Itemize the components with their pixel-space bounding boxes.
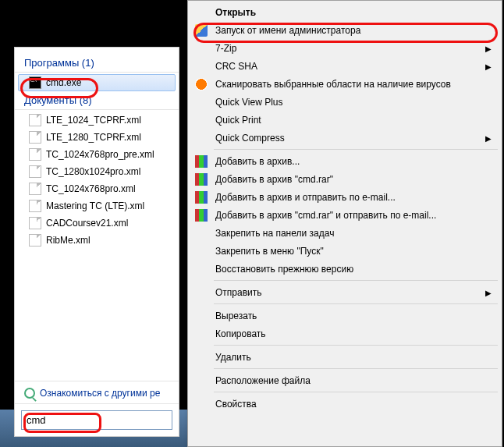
documents-label: Документы	[24, 94, 76, 106]
menu-crc-sha[interactable]: CRC SHA▶	[190, 57, 499, 75]
menu-separator	[214, 303, 498, 304]
search-row	[15, 403, 179, 436]
document-label: CADCoursev21.xml	[46, 218, 128, 229]
documents-count: (8)	[80, 94, 92, 106]
menu-delete[interactable]: Удалить	[190, 348, 499, 366]
chevron-right-icon: ▶	[485, 133, 492, 142]
menu-run-as-admin[interactable]: Запуск от имени администратора	[190, 21, 499, 39]
file-icon	[29, 165, 41, 178]
see-more-label: Ознакомиться с другими ре	[40, 388, 160, 399]
programs-label: Программы	[24, 57, 79, 69]
context-menu: Открыть Запуск от имени администратора 7…	[187, 0, 502, 447]
menu-restore-previous[interactable]: Восстановить прежнюю версию	[190, 260, 499, 278]
start-menu-results: Программы (1) cmd.exe Документы (8) LTE_…	[14, 47, 179, 437]
document-label: LTE_1024_TCPRF.xml	[46, 115, 141, 126]
chevron-right-icon: ▶	[485, 44, 492, 52]
document-result[interactable]: TC_1280x1024pro.xml	[15, 163, 179, 180]
search-icon	[24, 388, 35, 399]
see-more-results[interactable]: Ознакомиться с другими ре	[15, 383, 179, 403]
menu-pin-taskbar[interactable]: Закрепить на панели задач	[190, 224, 499, 242]
document-label: TC_1024x768pro_pre.xml	[46, 149, 154, 160]
menu-pin-start[interactable]: Закрепить в меню "Пуск"	[190, 242, 499, 260]
file-icon	[29, 217, 41, 229]
divider	[15, 381, 179, 381]
shield-icon	[195, 24, 208, 37]
menu-add-cmd-rar[interactable]: Добавить в архив "cmd.rar"	[190, 170, 499, 188]
document-label: TC_1024x768pro.xml	[46, 183, 136, 194]
chevron-right-icon: ▶	[485, 62, 492, 70]
winrar-icon	[195, 191, 208, 204]
divider	[15, 109, 179, 110]
file-icon	[29, 200, 41, 212]
menu-separator	[214, 345, 498, 346]
menu-add-send-email[interactable]: Добавить в архив и отправить по e-mail..…	[190, 188, 499, 206]
divider	[15, 72, 179, 73]
program-result-cmd[interactable]: cmd.exe	[18, 74, 176, 91]
document-result[interactable]: CADCoursev21.xml	[15, 215, 179, 232]
winrar-icon	[195, 173, 208, 186]
menu-cut[interactable]: Вырезать	[190, 307, 499, 325]
document-label: TC_1280x1024pro.xml	[46, 166, 140, 177]
document-label: LTE_1280_TCPRF.xml	[46, 132, 141, 143]
document-result[interactable]: Mastering TC (LTE).xml	[15, 197, 179, 215]
file-icon	[29, 183, 41, 195]
document-result[interactable]: TC_1024x768pro.xml	[15, 180, 179, 197]
cmd-icon	[29, 76, 41, 89]
document-result[interactable]: LTE_1280_TCPRF.xml	[15, 129, 179, 146]
file-icon	[29, 148, 41, 161]
menu-separator	[214, 149, 498, 150]
program-label: cmd.exe	[46, 77, 81, 88]
menu-scan[interactable]: Сканировать выбранные области на наличие…	[190, 75, 499, 93]
menu-separator	[214, 392, 498, 392]
file-icon	[29, 114, 41, 126]
menu-send-to[interactable]: Отправить▶	[190, 283, 499, 301]
menu-quick-view[interactable]: Quick View Plus	[190, 93, 499, 111]
menu-open[interactable]: Открыть	[190, 3, 499, 21]
menu-7zip[interactable]: 7-Zip▶	[190, 39, 499, 57]
winrar-icon	[195, 155, 208, 168]
documents-header: Документы (8)	[15, 91, 179, 108]
document-result[interactable]: LTE_1024_TCPRF.xml	[15, 112, 179, 129]
file-icon	[29, 234, 41, 247]
programs-count: (1)	[82, 57, 94, 69]
menu-quick-print[interactable]: Quick Print	[190, 111, 499, 129]
menu-quick-compress[interactable]: Quick Compress▶	[190, 129, 499, 147]
document-result[interactable]: RibMe.xml	[15, 232, 179, 249]
avast-icon	[195, 78, 208, 90]
chevron-right-icon: ▶	[485, 288, 492, 296]
menu-add-archive[interactable]: Добавить в архив...	[190, 152, 499, 170]
spacer	[15, 249, 179, 379]
file-icon	[29, 131, 41, 144]
programs-header: Программы (1)	[15, 54, 179, 70]
menu-separator	[214, 280, 498, 281]
menu-copy[interactable]: Копировать	[190, 325, 499, 342]
menu-add-cmd-rar-email[interactable]: Добавить в архив "cmd.rar" и отправить п…	[190, 206, 499, 224]
document-result[interactable]: TC_1024x768pro_pre.xml	[15, 146, 179, 163]
menu-properties[interactable]: Свойства	[190, 395, 499, 413]
menu-separator	[214, 368, 498, 369]
document-label: Mastering TC (LTE).xml	[46, 200, 144, 211]
winrar-icon	[195, 209, 208, 222]
menu-file-location[interactable]: Расположение файла	[190, 371, 499, 389]
search-input[interactable]	[21, 410, 172, 430]
document-label: RibMe.xml	[46, 235, 91, 246]
